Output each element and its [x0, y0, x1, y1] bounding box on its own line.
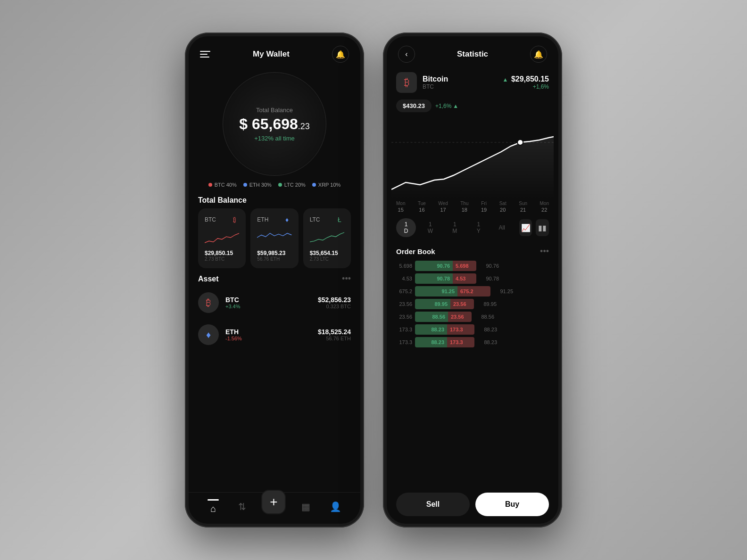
- ob-red-5: 23.56: [448, 312, 472, 322]
- btc-card-icon: ₿: [230, 215, 239, 224]
- svg-point-1: [517, 140, 523, 145]
- bitcoin-price-change: +1,6%: [503, 83, 549, 90]
- profile-icon: 👤: [330, 501, 341, 512]
- time-mon22: Mon 22: [540, 201, 549, 213]
- ob-green-6: 88.23: [415, 324, 447, 335]
- nav-profile[interactable]: 👤: [326, 499, 345, 514]
- line-chart-type-button[interactable]: 📈: [519, 219, 532, 236]
- time-sat20: Sat 20: [499, 201, 506, 213]
- total-balance-title: Total Balance: [189, 191, 360, 208]
- btc-mini-chart: [205, 228, 239, 247]
- period-row: 1 D 1 W 1 M 1 Y All 📈 ▮▮: [387, 214, 558, 241]
- price-pill: $430.23: [396, 99, 432, 112]
- price-chart: [387, 114, 558, 199]
- eth-dot: [243, 183, 247, 187]
- ob-red-6: 173.3: [447, 324, 474, 335]
- ob-red-1: 5.698: [453, 261, 476, 271]
- ob-row-1: 5.698 90.76 5.698 90.76: [392, 260, 553, 272]
- ob-row-4: 23.56 89.95 23.56 89.95: [392, 298, 553, 310]
- period-1m[interactable]: 1 M: [445, 218, 465, 237]
- balance-label: Total Balance: [256, 107, 293, 114]
- notification-bell-button[interactable]: 🔔: [332, 46, 349, 63]
- ob-red-3: 675.2: [457, 286, 490, 296]
- bitcoin-name: Bitcoin: [423, 75, 497, 83]
- asset-btc-icon: ₿: [198, 292, 219, 313]
- btc-dot: [208, 183, 212, 187]
- nav-stats[interactable]: ▦: [298, 499, 314, 514]
- time-wed17: Wed 17: [438, 201, 448, 213]
- price-pill-row: $430.23 +1,6% ▲: [387, 98, 558, 114]
- wallet-title: My Wallet: [253, 49, 290, 59]
- bar-chart-type-button[interactable]: ▮▮: [536, 219, 549, 236]
- back-icon: ‹: [405, 50, 407, 58]
- transfer-icon: ⇅: [238, 501, 246, 512]
- ob-green-7: 88.23: [415, 337, 447, 347]
- background: My Wallet 🔔 Total Balance $ 65,698.23 +1…: [0, 0, 747, 560]
- balance-change: +132% all time: [254, 135, 295, 142]
- ob-green-3: 91.25: [415, 286, 457, 296]
- ltc-mini-chart: [310, 228, 344, 247]
- btc-card[interactable]: BTC ₿ $29,850.15 2.73 BTC: [198, 208, 246, 268]
- ltc-card[interactable]: LTC Ł $35,654.15 2.73 LTC: [303, 208, 351, 268]
- balance-circle: Total Balance $ 65,698.23 +132% all time: [223, 72, 326, 176]
- action-row: Sell Buy: [387, 486, 558, 524]
- asset-title: Asset: [198, 275, 219, 283]
- wallet-phone: My Wallet 🔔 Total Balance $ 65,698.23 +1…: [185, 33, 364, 527]
- bitcoin-logo: ₿: [396, 72, 417, 93]
- ltc-card-icon: Ł: [335, 215, 344, 224]
- time-fri19: Fri 19: [481, 201, 487, 213]
- balance-section: Total Balance $ 65,698.23 +132% all time: [189, 67, 360, 178]
- legend-xrp: XRP 10%: [312, 182, 341, 188]
- ob-row-2: 4.53 90.78 4.53 90.78: [392, 273, 553, 284]
- eth-card-icon: ♦: [282, 215, 292, 224]
- asset-menu-dots[interactable]: •••: [342, 274, 351, 284]
- bitcoin-ticker: BTC: [423, 83, 497, 90]
- crypto-cards: BTC ₿ $29,850.15 2.73 BTC ETH ♦: [189, 208, 360, 268]
- legend-btc: BTC 40%: [208, 182, 237, 188]
- ob-red-7: 173.3: [447, 337, 474, 347]
- order-book-table: 5.698 90.76 5.698 90.76 4.53 90.78: [387, 260, 558, 349]
- order-book-title: Order Book: [396, 247, 435, 255]
- time-sun21: Sun 21: [519, 201, 527, 213]
- period-1d[interactable]: 1 D: [396, 218, 416, 237]
- nav-plus-button[interactable]: +: [261, 490, 286, 514]
- buy-button[interactable]: Buy: [475, 493, 549, 516]
- stats-icon: ▦: [301, 501, 310, 512]
- statistic-phone: ‹ Statistic 🔔 ₿ Bitcoin BTC ▲: [383, 33, 562, 527]
- time-axis: Mon 15 Tue 16 Wed 17 Thu 18 Fri 19: [387, 199, 558, 214]
- asset-btc-row[interactable]: ₿ BTC +3.4% $52,856.23 0.323 BTC: [189, 287, 360, 319]
- nav-transfer[interactable]: ⇅: [234, 499, 250, 514]
- statistic-title: Statistic: [457, 49, 488, 59]
- sell-button[interactable]: Sell: [396, 493, 470, 516]
- plus-icon: +: [270, 494, 277, 510]
- time-mon15: Mon 15: [396, 201, 405, 213]
- legend: BTC 40% ETH 30% LTC 20% XRP 10%: [189, 178, 360, 191]
- ob-green-4: 89.95: [415, 299, 450, 309]
- wallet-screen: My Wallet 🔔 Total Balance $ 65,698.23 +1…: [189, 36, 360, 524]
- wallet-header: My Wallet 🔔: [189, 36, 360, 67]
- ob-row-7: 173.3 88.23 173.3 88.23: [392, 337, 553, 348]
- ob-row-5: 23.56 88.56 23.56 88.56: [392, 311, 553, 322]
- statistic-screen: ‹ Statistic 🔔 ₿ Bitcoin BTC ▲: [387, 36, 558, 524]
- menu-button[interactable]: [200, 51, 210, 58]
- period-all[interactable]: All: [492, 222, 512, 234]
- ob-row-3: 675.2 91.25 675.2 91.25: [392, 286, 553, 297]
- change-up-icon: ▲: [453, 103, 458, 109]
- stat-notification-bell[interactable]: 🔔: [530, 46, 547, 63]
- line-chart-icon: 📈: [521, 223, 531, 232]
- asset-eth-row[interactable]: ♦ ETH -1.56% $18,525.24 56.76 ETH: [189, 319, 360, 351]
- home-active-bar: [208, 499, 219, 501]
- nav-home[interactable]: ⌂: [204, 497, 223, 516]
- ob-green-1: 90.76: [415, 261, 453, 271]
- eth-card[interactable]: ETH ♦ $59,985.23 56.76 ETH: [250, 208, 298, 268]
- period-1w[interactable]: 1 W: [420, 218, 440, 237]
- time-tue16: Tue 16: [418, 201, 426, 213]
- balance-amount: $ 65,698.23: [239, 115, 310, 133]
- change-badge: +1,6% ▲: [435, 103, 458, 109]
- asset-header: Asset •••: [189, 268, 360, 287]
- period-1y[interactable]: 1 Y: [469, 218, 489, 237]
- ob-red-4: 23.56: [450, 299, 474, 309]
- back-button[interactable]: ‹: [398, 46, 415, 63]
- order-book-menu-dots[interactable]: •••: [540, 247, 549, 256]
- bell-icon: 🔔: [336, 50, 345, 59]
